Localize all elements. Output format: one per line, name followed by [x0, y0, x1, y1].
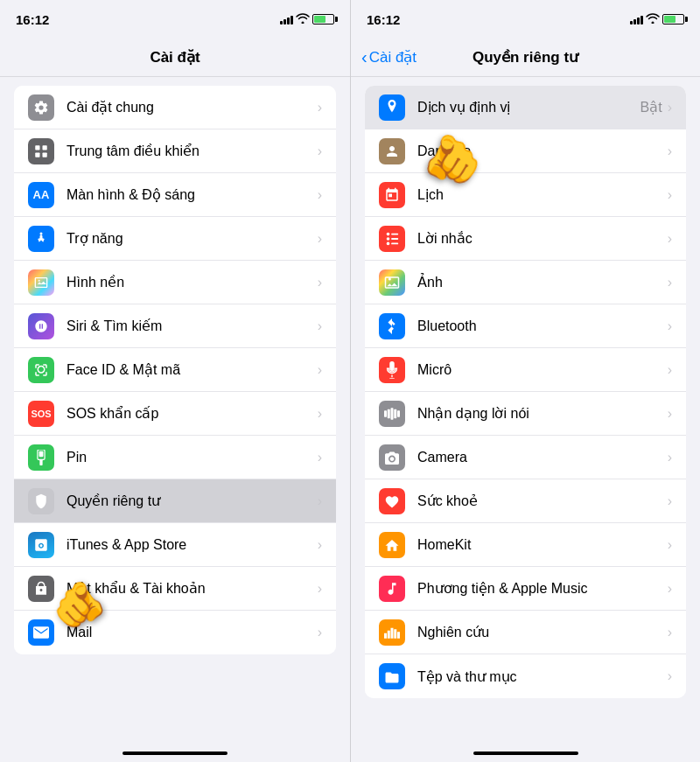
svg-rect-3	[43, 152, 47, 157]
settings-row-siri[interactable]: Siri & Tìm kiếm ›	[14, 304, 336, 348]
micro-label: Micrô	[417, 362, 668, 378]
right-home-bar	[473, 752, 578, 755]
danh-ba-icon	[379, 138, 405, 164]
mail-label: Mail	[66, 625, 318, 640]
mail-icon	[28, 619, 54, 646]
svg-rect-26	[397, 632, 400, 639]
pin-label: Pin	[66, 450, 318, 465]
svg-rect-2	[35, 152, 39, 157]
svg-rect-14	[391, 242, 398, 244]
danh-ba-label: Danh bạ	[417, 143, 668, 159]
svg-point-9	[387, 232, 390, 235]
face-id-icon	[28, 357, 54, 383]
lich-label: Lịch	[417, 186, 668, 203]
right-status-time: 16:12	[367, 12, 400, 27]
settings-row-anh[interactable]: Ảnh ›	[365, 261, 686, 304]
itunes-icon	[28, 532, 54, 558]
mat-khau-icon	[28, 576, 54, 602]
tro-nang-label: Trợ năng	[66, 230, 318, 247]
phuong-tien-icon	[379, 576, 405, 602]
settings-row-tep-va-thu-muc[interactable]: Tệp và thư mục ›	[365, 654, 686, 698]
svg-point-5	[38, 279, 40, 281]
face-id-chevron: ›	[318, 362, 322, 378]
right-status-icons	[630, 12, 684, 26]
nav-back-button[interactable]: ‹ Cài đặt	[361, 47, 416, 67]
siri-label: Siri & Tìm kiếm	[66, 318, 318, 334]
settings-row-itunes[interactable]: iTunes & App Store ›	[14, 523, 336, 567]
settings-row-nhan-dang[interactable]: Nhận dạng lời nói ›	[365, 392, 686, 436]
settings-row-tro-nang[interactable]: Trợ năng ›	[14, 217, 336, 261]
right-settings-list[interactable]: Dịch vụ định vị Bật › Danh bạ › Lịch ›	[351, 77, 700, 745]
nhan-dang-label: Nhận dạng lời nói	[417, 405, 668, 422]
settings-row-micro[interactable]: Micrô ›	[365, 348, 686, 392]
man-hinh-label: Màn hình & Độ sáng	[66, 186, 318, 203]
homekit-icon	[379, 532, 405, 558]
settings-row-face-id[interactable]: Face ID & Mật mã ›	[14, 348, 336, 392]
homekit-chevron: ›	[668, 537, 672, 553]
wifi-icon	[296, 12, 310, 26]
phuong-tien-chevron: ›	[668, 581, 672, 597]
face-id-label: Face ID & Mật mã	[66, 361, 318, 378]
back-chevron-icon: ‹	[361, 47, 368, 67]
svg-rect-24	[391, 627, 394, 638]
camera-label: Camera	[417, 450, 668, 465]
svg-rect-13	[391, 238, 398, 240]
suc-khoe-label: Sức khoẻ	[417, 493, 668, 509]
settings-row-hinh-nen[interactable]: Hình nền ›	[14, 261, 336, 304]
settings-row-camera[interactable]: Camera ›	[365, 436, 686, 479]
left-settings-list[interactable]: Cài đặt chung › Trung tâm điều khiển › A…	[0, 77, 350, 745]
settings-row-phuong-tien[interactable]: Phương tiện & Apple Music ›	[365, 567, 686, 611]
left-nav-title: Cài đặt	[150, 48, 200, 66]
nghien-cuu-icon	[379, 619, 405, 646]
settings-row-loi-nhac[interactable]: Lời nhắc ›	[365, 217, 686, 261]
settings-row-lich[interactable]: Lịch ›	[365, 173, 686, 217]
svg-rect-22	[384, 633, 387, 638]
left-status-time: 16:12	[16, 12, 49, 27]
svg-rect-19	[391, 408, 394, 420]
settings-row-dich-vu-dinh-vi[interactable]: Dịch vụ định vị Bật ›	[365, 86, 686, 129]
settings-row-cai-dat-chung[interactable]: Cài đặt chung ›	[14, 86, 336, 129]
settings-row-mail[interactable]: Mail ›	[14, 611, 336, 654]
settings-row-homekit[interactable]: HomeKit ›	[365, 523, 686, 567]
hinh-nen-label: Hình nền	[66, 274, 318, 290]
settings-row-danh-ba[interactable]: Danh bạ ›	[365, 129, 686, 173]
trung-tam-label: Trung tâm điều khiển	[66, 143, 318, 159]
tro-nang-chevron: ›	[318, 231, 322, 247]
right-nav-title: Quyền riêng tư	[472, 48, 578, 66]
micro-chevron: ›	[668, 362, 672, 378]
svg-rect-15	[389, 361, 394, 371]
pin-icon	[28, 444, 54, 471]
right-signal-icon	[630, 14, 643, 24]
svg-rect-12	[391, 233, 398, 234]
settings-row-nghien-cuu[interactable]: Nghiên cứu ›	[365, 611, 686, 654]
svg-rect-8	[39, 459, 42, 465]
cai-dat-chung-icon	[28, 94, 54, 121]
dich-vu-dinh-vi-label: Dịch vụ định vị	[417, 99, 640, 115]
settings-row-man-hinh[interactable]: AA Màn hình & Độ sáng ›	[14, 173, 336, 217]
svg-rect-25	[394, 629, 396, 639]
settings-row-mat-khau[interactable]: Mật khẩu & Tài khoản ›	[14, 567, 336, 611]
nhan-dang-icon	[379, 401, 405, 427]
right-wifi-icon	[646, 12, 660, 26]
settings-row-suc-khoe[interactable]: Sức khoẻ ›	[365, 479, 686, 523]
settings-row-sos[interactable]: SOS SOS khẩn cấp ›	[14, 392, 336, 436]
danh-ba-chevron: ›	[668, 143, 672, 159]
bluetooth-chevron: ›	[668, 318, 672, 334]
tep-va-thu-muc-icon	[379, 663, 405, 689]
battery-icon	[312, 14, 334, 24]
cai-dat-chung-label: Cài đặt chung	[66, 99, 318, 115]
svg-point-11	[387, 241, 390, 245]
suc-khoe-chevron: ›	[668, 493, 672, 509]
quyen-rieng-tu-chevron: ›	[318, 493, 322, 509]
settings-row-quyen-rieng-tu[interactable]: Quyền riêng tư ›	[14, 479, 336, 523]
settings-row-bluetooth[interactable]: Bluetooth ›	[365, 304, 686, 348]
left-status-icons	[280, 12, 334, 26]
settings-row-trung-tam[interactable]: Trung tâm điều khiển ›	[14, 129, 336, 173]
loi-nhac-icon	[379, 226, 405, 252]
dich-vu-dinh-vi-value: Bật	[640, 99, 662, 115]
anh-icon	[379, 269, 405, 296]
tro-nang-icon	[28, 226, 54, 252]
suc-khoe-icon	[379, 488, 405, 514]
settings-row-pin[interactable]: Pin ›	[14, 436, 336, 479]
trung-tam-chevron: ›	[318, 143, 322, 159]
